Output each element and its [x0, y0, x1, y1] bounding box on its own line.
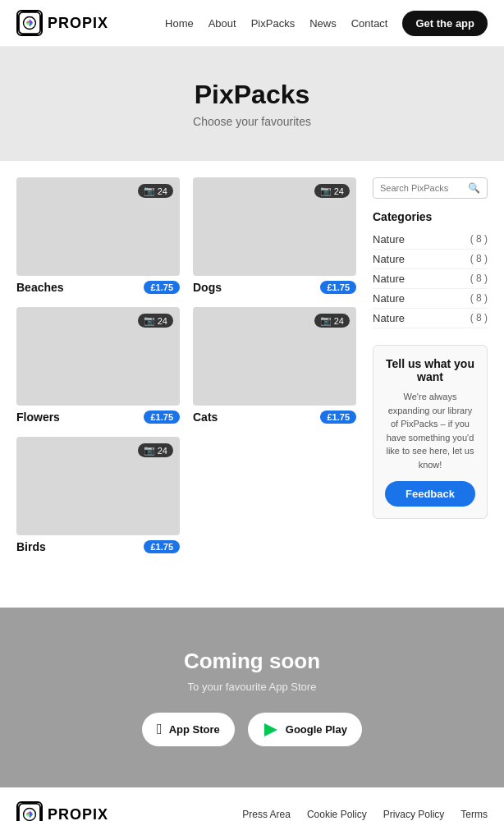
camera-icon: 📷 [320, 315, 332, 326]
hero-subtitle: Choose your favourites [16, 115, 488, 128]
pack-label: Flowers £1.75 [16, 410, 180, 424]
nav-home[interactable]: Home [165, 17, 194, 30]
nav-about[interactable]: About [208, 17, 236, 30]
pack-count: 24 [158, 316, 167, 326]
coming-soon-section: Coming soon To your favourite App Store … [0, 608, 504, 787]
pack-name: Beaches [16, 281, 64, 294]
footer-link-press[interactable]: Press Area [242, 809, 291, 820]
footer-logo-text: PROPIX [48, 806, 108, 822]
pack-thumbnail: 📷 24 [16, 177, 180, 276]
category-name: Nature [373, 273, 405, 285]
hero-title: PixPacks [16, 80, 488, 110]
footer-main: PROPIX Press Area Cookie Policy Privacy … [0, 787, 504, 821]
category-count: ( 8 ) [470, 292, 488, 305]
pack-price: £1.75 [320, 410, 356, 424]
coming-soon-subtitle: To your favourite App Store [16, 681, 488, 693]
pack-label: Beaches £1.75 [16, 281, 180, 294]
list-item[interactable]: 📷 24 Birds £1.75 [16, 437, 180, 553]
pack-price: £1.75 [144, 281, 180, 294]
pack-thumbnail: 📷 24 [193, 307, 356, 406]
list-item[interactable]: 📷 24 Flowers £1.75 [16, 307, 180, 424]
pack-thumbnail: 📷 24 [193, 177, 356, 276]
search-input[interactable] [380, 183, 465, 193]
category-item[interactable]: Nature ( 8 ) [373, 269, 488, 289]
category-item[interactable]: Nature ( 8 ) [373, 309, 488, 328]
camera-icon: 📷 [144, 445, 155, 456]
google-play-icon [263, 722, 279, 738]
category-count: ( 8 ) [470, 273, 488, 285]
google-play-label: Google Play [286, 723, 347, 736]
camera-icon: 📷 [320, 186, 332, 196]
nav-contact[interactable]: Contact [351, 17, 388, 30]
camera-icon: 📷 [144, 186, 155, 196]
list-item[interactable]: 📷 24 Beaches £1.75 [16, 177, 180, 294]
nav-news[interactable]: News [309, 17, 337, 30]
category-count: ( 8 ) [470, 253, 488, 265]
pack-badge: 📷 24 [314, 184, 350, 198]
footer-links: Press Area Cookie Policy Privacy Policy … [242, 809, 488, 820]
coming-soon-title: Coming soon [16, 649, 488, 674]
logo[interactable]: PROPIX [16, 10, 108, 36]
pack-price: £1.75 [144, 540, 180, 553]
feedback-button[interactable]: Feedback [385, 481, 475, 507]
pack-count: 24 [334, 316, 344, 326]
categories-title: Categories [373, 210, 488, 223]
category-count: ( 8 ) [470, 233, 488, 245]
pack-name: Flowers [16, 410, 60, 424]
store-buttons:  App Store Google Play [16, 713, 488, 746]
nav-pixpacks[interactable]: PixPacks [251, 17, 295, 30]
main-content: 📷 24 Beaches £1.75 📷 24 Dogs [0, 161, 504, 583]
get-the-app-button[interactable]: Get the app [402, 11, 488, 36]
pack-name: Cats [193, 410, 218, 424]
pack-label: Dogs £1.75 [193, 281, 356, 294]
feedback-box: Tell us what you want We're always expan… [373, 345, 488, 519]
pack-price: £1.75 [320, 281, 356, 294]
pack-count: 24 [334, 186, 344, 196]
google-play-button[interactable]: Google Play [248, 713, 362, 746]
packs-row-1: 📷 24 Beaches £1.75 📷 24 Dogs [16, 177, 356, 294]
search-icon: 🔍 [468, 182, 480, 194]
pack-badge: 📷 24 [138, 443, 173, 457]
app-store-label: App Store [169, 723, 220, 736]
pack-name: Dogs [193, 281, 222, 294]
feedback-text: We're always expanding our library of Pi… [385, 390, 475, 471]
footer-logo[interactable]: PROPIX [16, 801, 108, 821]
category-item[interactable]: Nature ( 8 ) [373, 230, 488, 250]
pack-badge: 📷 24 [138, 314, 173, 328]
feedback-title: Tell us what you want [385, 357, 475, 383]
search-box[interactable]: 🔍 [373, 177, 488, 199]
list-item[interactable]: 📷 24 Cats £1.75 [193, 307, 356, 424]
header: PROPIX Home About PixPacks News Contact … [0, 0, 504, 47]
pack-label: Birds £1.75 [16, 540, 180, 553]
pack-badge: 📷 24 [314, 314, 350, 328]
category-name: Nature [373, 253, 405, 265]
logo-text: PROPIX [48, 15, 108, 32]
app-store-button[interactable]:  App Store [142, 713, 235, 746]
pack-badge: 📷 24 [138, 184, 173, 198]
list-item[interactable]: 📷 24 Dogs £1.75 [193, 177, 356, 294]
pack-price: £1.75 [144, 410, 180, 424]
footer-link-cookie[interactable]: Cookie Policy [307, 809, 367, 820]
hero-section: PixPacks Choose your favourites [0, 47, 504, 161]
category-name: Nature [373, 312, 405, 324]
svg-marker-2 [264, 723, 277, 736]
category-item[interactable]: Nature ( 8 ) [373, 250, 488, 269]
camera-icon: 📷 [144, 315, 155, 326]
footer-link-terms[interactable]: Terms [460, 809, 488, 820]
pack-count: 24 [158, 186, 167, 196]
category-count: ( 8 ) [470, 312, 488, 324]
sidebar: 🔍 Categories Nature ( 8 ) Nature ( 8 ) N… [373, 177, 488, 566]
footer-logo-icon [16, 801, 43, 821]
category-item[interactable]: Nature ( 8 ) [373, 289, 488, 309]
categories-list: Nature ( 8 ) Nature ( 8 ) Nature ( 8 ) N… [373, 230, 488, 328]
packs-grid: 📷 24 Beaches £1.75 📷 24 Dogs [16, 177, 356, 566]
packs-row-2: 📷 24 Flowers £1.75 📷 24 Cats [16, 307, 356, 424]
apple-icon:  [157, 721, 163, 738]
footer-link-privacy[interactable]: Privacy Policy [383, 809, 445, 820]
pack-name: Birds [16, 540, 46, 553]
packs-row-3: 📷 24 Birds £1.75 [16, 437, 356, 553]
category-name: Nature [373, 233, 405, 245]
category-name: Nature [373, 292, 405, 305]
pack-label: Cats £1.75 [193, 410, 356, 424]
pack-count: 24 [158, 446, 167, 456]
